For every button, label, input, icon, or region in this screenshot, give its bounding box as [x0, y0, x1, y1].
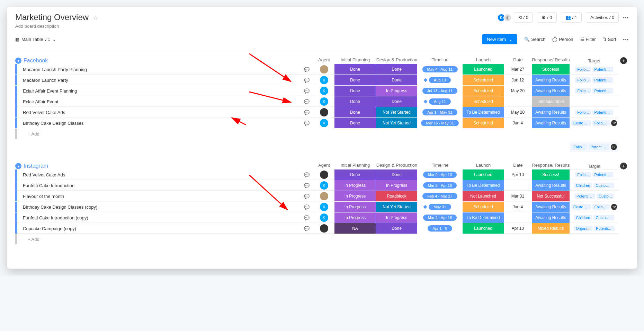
date-cell[interactable]: Mar 31 [504, 191, 532, 201]
tag-more[interactable]: +2 [611, 144, 617, 150]
tag[interactable]: Potential Foll... [592, 110, 613, 115]
initial-planning-cell[interactable]: Done [334, 169, 376, 180]
design-production-cell[interactable]: Done [376, 223, 418, 234]
target-cell[interactable]: Follo...Potential Foll... [570, 169, 618, 180]
tag[interactable]: Custom... [571, 204, 591, 210]
summary-target-cell[interactable]: Follo...Potential F...+2 [570, 142, 618, 152]
date-cell[interactable] [504, 180, 532, 191]
item-name-cell[interactable]: Birthday Cake Design Classes (copy) 💬 [15, 202, 314, 212]
agent-cell[interactable]: K [314, 96, 334, 107]
group-title[interactable]: ▾ Facebook [15, 58, 48, 64]
invite-counter[interactable]: 👥/ 1 [561, 12, 582, 23]
timeline-cell[interactable]: Mar 9 - Apr 10 [418, 169, 463, 180]
timeline-cell[interactable]: Mar 16 - May 31 [418, 118, 463, 128]
item-name-cell[interactable]: Birthday Cake Design Classes 💬 [15, 118, 314, 128]
tag[interactable]: Potential F... [594, 226, 615, 231]
timeline-cell[interactable]: Feb 4 - Mar 27 [418, 191, 463, 201]
target-cell[interactable]: Custom...Follow...+2 [570, 202, 618, 212]
column-header-design[interactable]: Design & Production [376, 57, 418, 64]
table-row[interactable]: Macaron Launch Party Planning 💬 Done Don… [15, 64, 629, 75]
sort-button[interactable]: ⇅Sort [603, 37, 616, 42]
tag[interactable]: Customers [593, 215, 614, 220]
launch-cell[interactable]: Launched [463, 169, 504, 180]
tag[interactable]: Follow... [592, 120, 610, 126]
timeline-cell[interactable]: Apr 1 - 9 [418, 223, 463, 234]
timeline-cell[interactable]: Apr 1 - May 31 [418, 107, 463, 117]
launch-cell[interactable]: Launched [463, 64, 504, 75]
timeline-cell[interactable]: Jul 13 - Aug 11 [418, 86, 463, 96]
date-cell[interactable]: Apr 10 [504, 169, 532, 180]
launch-cell[interactable]: Scheduled [463, 75, 504, 85]
date-cell[interactable]: Jun 12 [504, 75, 532, 85]
agent-cell[interactable]: K [314, 212, 334, 223]
launch-cell[interactable]: Scheduled [463, 202, 504, 212]
date-cell[interactable]: Jun 4 [504, 118, 532, 128]
item-name-cell[interactable]: Funfetti Cake Introduction 💬 [15, 180, 314, 191]
tag[interactable]: Follo... [575, 67, 591, 72]
item-name-cell[interactable]: Flavour of the month 💬 [15, 191, 314, 201]
column-header-initial[interactable]: Initial Planning [334, 163, 376, 169]
date-cell[interactable]: Mar 27 [504, 64, 532, 75]
tag[interactable]: Potential Foll... [592, 88, 613, 94]
date-cell[interactable] [504, 212, 532, 223]
response-cell[interactable]: Success! [532, 169, 570, 180]
tag[interactable]: Potential Foll... [592, 77, 613, 83]
design-production-cell[interactable]: Roadblock [376, 191, 418, 201]
automation-counter[interactable]: ⟲/ 0 [514, 12, 533, 23]
column-header-design[interactable]: Design & Production [376, 163, 418, 169]
column-header-initial[interactable]: Initial Planning [334, 57, 376, 64]
board-description[interactable]: Add board description [15, 24, 98, 29]
response-cell[interactable]: Mixed Results [532, 223, 570, 234]
design-production-cell[interactable]: In Progress [376, 212, 418, 223]
column-header-launch[interactable]: Launch [463, 57, 504, 64]
tag[interactable]: Organi... [574, 226, 592, 231]
view-selector[interactable]: ▦ Main Table / 1 ⌄ [15, 37, 56, 42]
activities-button[interactable]: Activities / 0 [586, 12, 619, 23]
response-cell[interactable]: Success! [532, 64, 570, 75]
tag[interactable]: Potential F... [589, 144, 609, 150]
chat-icon[interactable]: 💬 [304, 204, 310, 210]
date-cell[interactable]: Apr 10 [504, 223, 532, 234]
timeline-cell[interactable]: Aug 11 [418, 96, 463, 107]
board-members[interactable]: K ◎ [497, 14, 510, 22]
response-cell[interactable]: Immeasurable [532, 96, 570, 107]
tag[interactable]: Follo... [575, 77, 591, 83]
design-production-cell[interactable]: In Progress [376, 86, 418, 96]
item-name-cell[interactable]: Funfetti Cake Introduction (copy) 💬 [15, 212, 314, 223]
response-cell[interactable]: Awaiting Results [532, 75, 570, 85]
target-cell[interactable]: Follo...Potential Foll... [570, 64, 618, 75]
item-name-cell[interactable]: Eclair Affair Event 💬 [15, 96, 314, 107]
launch-cell[interactable]: Scheduled [463, 86, 504, 96]
initial-planning-cell[interactable]: Done [334, 64, 376, 75]
chat-icon[interactable]: 💬 [304, 110, 310, 115]
table-row[interactable]: Flavour of the month 💬 In Progress Roadb… [15, 191, 629, 201]
column-header-launch[interactable]: Launch [463, 163, 504, 169]
initial-planning-cell[interactable]: Done [334, 86, 376, 96]
response-cell[interactable]: Awaiting Results [532, 180, 570, 191]
response-cell[interactable]: Not Successful [532, 191, 570, 201]
table-row[interactable]: Eclair Affair Event 💬 K Done Done Aug 11… [15, 96, 629, 107]
person-filter-button[interactable]: ◯Person [552, 37, 573, 42]
response-cell[interactable]: Awaiting Results [532, 202, 570, 212]
column-header-date[interactable]: Date [504, 163, 532, 169]
add-column-button[interactable]: + [618, 57, 629, 64]
table-row[interactable]: Birthday Cake Design Classes (copy) 💬 K … [15, 202, 629, 212]
agent-cell[interactable]: K [314, 180, 334, 191]
timeline-cell[interactable]: Mar 2 - Apr 16 [418, 180, 463, 191]
initial-planning-cell[interactable]: In Progress [334, 191, 376, 201]
table-row[interactable]: Red Velvet Cake Ads 💬 Done Done Mar 9 - … [15, 169, 629, 180]
chat-icon[interactable]: 💬 [304, 78, 310, 83]
add-item-button[interactable]: + Add [15, 234, 629, 244]
date-cell[interactable] [504, 96, 532, 107]
more-icon[interactable]: ••• [623, 37, 629, 42]
column-header-timeline[interactable]: Timeline [418, 163, 463, 169]
table-row[interactable]: Funfetti Cake Introduction (copy) 💬 K In… [15, 212, 629, 223]
target-cell[interactable]: ChildrenCustomers [570, 212, 618, 223]
initial-planning-cell[interactable]: Done [334, 96, 376, 107]
item-name-cell[interactable]: Eclair Affair Event Planning 💬 [15, 86, 314, 96]
timeline-cell[interactable]: May 31 [418, 202, 463, 212]
table-row[interactable]: Macaron Launch Party 💬 K Done Done Aug 1… [15, 75, 629, 85]
response-cell[interactable]: Awaiting Results [532, 118, 570, 128]
agent-cell[interactable] [314, 107, 334, 117]
tag[interactable]: Potential Foll... [592, 67, 613, 72]
